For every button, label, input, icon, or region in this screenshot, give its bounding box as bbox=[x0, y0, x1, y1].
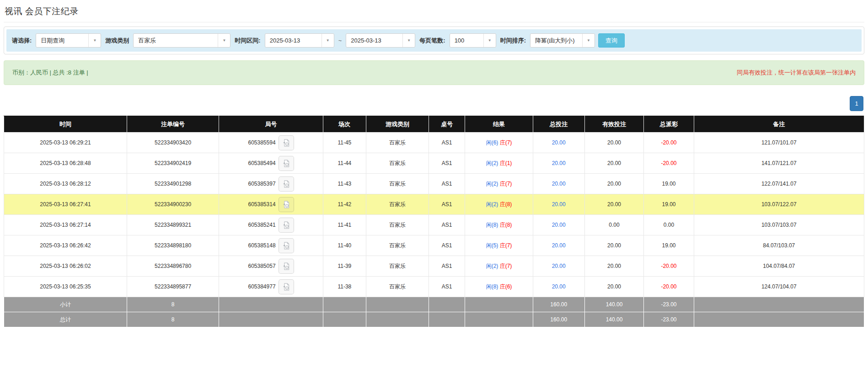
cell-table-number: AS1 bbox=[429, 194, 465, 215]
game-type-select[interactable]: 百家乐 ▼ bbox=[133, 33, 230, 48]
total-bet-link[interactable]: 20.00 bbox=[552, 242, 566, 249]
cell-valid-bet-sum: 140.00 bbox=[584, 297, 644, 312]
video-replay-button[interactable] bbox=[279, 156, 294, 171]
page-number-button[interactable]: 1 bbox=[850, 96, 863, 111]
total-bet-link[interactable]: 20.00 bbox=[552, 139, 566, 146]
page-title: 视讯 会员下注纪录 bbox=[5, 5, 863, 17]
range-separator: ~ bbox=[338, 37, 343, 44]
cell-payout: 0.00 bbox=[644, 215, 694, 235]
chevron-down-icon: ▼ bbox=[582, 34, 595, 47]
cell-round-number: 605385594 bbox=[219, 133, 323, 153]
table-row: 2025-03-13 06:29:21522334903420605385594… bbox=[4, 133, 864, 153]
round-number-text: 605385397 bbox=[248, 181, 275, 187]
cell-game-type: 百家乐 bbox=[366, 194, 429, 215]
filter-bar: 请选择: 日期查询 ▼ 游戏类别 百家乐 ▼ 时间区间: 2025-03-13 … bbox=[6, 29, 862, 52]
chevron-down-icon: ▼ bbox=[218, 34, 230, 47]
video-file-icon bbox=[282, 139, 290, 147]
column-header: 总派彩 bbox=[644, 116, 694, 133]
result-banker: 庄(6) bbox=[500, 283, 512, 290]
cell-order-number: 522334902419 bbox=[127, 153, 219, 174]
search-button[interactable]: 查询 bbox=[598, 33, 625, 48]
cell-order-number: 522334901298 bbox=[127, 174, 219, 194]
time-sort-select[interactable]: 降冪(由大到小) ▼ bbox=[530, 33, 595, 48]
cell-game-type: 百家乐 bbox=[366, 277, 429, 297]
total-bet-link[interactable]: 20.00 bbox=[552, 181, 566, 187]
cell-time: 2025-03-13 06:28:12 bbox=[4, 174, 127, 194]
cell-total-label: 小计 bbox=[4, 297, 127, 312]
total-bet-link[interactable]: 20.00 bbox=[552, 283, 566, 290]
cell-order-number: 522334903420 bbox=[127, 133, 219, 153]
video-replay-button[interactable] bbox=[279, 135, 294, 150]
video-file-icon bbox=[282, 180, 290, 188]
cell-payout: 19.00 bbox=[644, 194, 694, 215]
cell-result: 闲(5) 庄(7) bbox=[465, 235, 533, 256]
cell-session: 11-45 bbox=[323, 133, 366, 153]
total-bet-link[interactable]: 20.00 bbox=[552, 201, 566, 208]
cell-result: 闲(2) 庄(8) bbox=[465, 194, 533, 215]
cell-time: 2025-03-13 06:27:14 bbox=[4, 215, 127, 235]
video-replay-button[interactable] bbox=[279, 279, 294, 294]
video-replay-button[interactable] bbox=[279, 238, 294, 253]
column-header: 总投注 bbox=[533, 116, 584, 133]
video-replay-button[interactable] bbox=[279, 218, 294, 233]
round-number-text: 605385057 bbox=[248, 263, 275, 269]
cell-order-number: 522334898180 bbox=[127, 235, 219, 256]
cell-remark: 103.07/103.07 bbox=[694, 215, 864, 235]
cell-valid-bet: 0.00 bbox=[584, 215, 644, 235]
round-number-text: 605384977 bbox=[248, 283, 275, 290]
result-banker: 庄(7) bbox=[500, 139, 512, 146]
cell-remark: 124.07/104.07 bbox=[694, 277, 864, 297]
cell-payout-sum: -23.00 bbox=[644, 312, 694, 327]
cell-result: 闲(8) 庄(6) bbox=[465, 277, 533, 297]
cell-round-number: 605384977 bbox=[219, 277, 323, 297]
result-player: 闲(8) bbox=[486, 222, 498, 228]
video-file-icon bbox=[282, 262, 290, 271]
total-bet-link[interactable]: 20.00 bbox=[552, 160, 566, 166]
result-player: 闲(8) bbox=[486, 283, 498, 290]
video-replay-button[interactable] bbox=[279, 259, 294, 274]
cell-order-number: 522334900230 bbox=[127, 194, 219, 215]
date-to-select[interactable]: 2025-03-13 ▼ bbox=[346, 33, 415, 48]
table-row: 2025-03-13 06:27:14522334899321605385241… bbox=[4, 215, 864, 235]
video-replay-button[interactable] bbox=[279, 197, 294, 212]
cell-total-bet-sum: 160.00 bbox=[533, 312, 584, 327]
column-header: 局号 bbox=[219, 116, 323, 133]
cell-session: 11-41 bbox=[323, 215, 366, 235]
cell-time: 2025-03-13 06:26:42 bbox=[4, 235, 127, 256]
column-header: 场次 bbox=[323, 116, 366, 133]
total-bet-link[interactable]: 20.00 bbox=[552, 222, 566, 228]
column-header: 有效投注 bbox=[584, 116, 644, 133]
round-number-group: 605384977 bbox=[248, 279, 294, 294]
cell-result: 闲(8) 庄(8) bbox=[465, 215, 533, 235]
round-number-text: 605385594 bbox=[248, 139, 275, 146]
cell-remark: 141.07/121.07 bbox=[694, 153, 864, 174]
video-file-icon bbox=[282, 200, 290, 209]
cell-total-bet: 20.00 bbox=[533, 133, 584, 153]
video-replay-button[interactable] bbox=[279, 176, 294, 192]
table-header: 时间注单编号局号场次游戏类别桌号结果总投注有效投注总派彩备注 bbox=[4, 116, 864, 133]
cell-game-type: 百家乐 bbox=[366, 153, 429, 174]
cell-time: 2025-03-13 06:28:48 bbox=[4, 153, 127, 174]
cell-result: 闲(2) 庄(1) bbox=[465, 153, 533, 174]
game-type-value: 百家乐 bbox=[134, 34, 218, 47]
query-type-select[interactable]: 日期查询 ▼ bbox=[36, 33, 101, 48]
cell-payout: -20.00 bbox=[644, 256, 694, 277]
total-bet-link[interactable]: 20.00 bbox=[552, 263, 566, 269]
date-from-select[interactable]: 2025-03-13 ▼ bbox=[265, 33, 334, 48]
cell-order-number: 522334899321 bbox=[127, 215, 219, 235]
cell-remark: 121.07/101.07 bbox=[694, 133, 864, 153]
column-header: 时间 bbox=[4, 116, 127, 133]
round-number-group: 605385397 bbox=[248, 176, 294, 192]
page-size-select[interactable]: 100 ▼ bbox=[450, 33, 496, 48]
time-sort-value: 降冪(由大到小) bbox=[530, 34, 582, 47]
round-number-group: 605385057 bbox=[248, 259, 294, 274]
result-player: 闲(2) bbox=[486, 201, 498, 208]
cell-table-number: AS1 bbox=[429, 133, 465, 153]
cell-empty bbox=[429, 297, 465, 312]
result-player: 闲(5) bbox=[486, 242, 498, 249]
cell-total-count: 8 bbox=[127, 297, 219, 312]
cell-order-number: 522334895877 bbox=[127, 277, 219, 297]
result-player: 闲(2) bbox=[486, 181, 498, 187]
chevron-down-icon: ▼ bbox=[483, 34, 496, 47]
cell-order-number: 522334896780 bbox=[127, 256, 219, 277]
